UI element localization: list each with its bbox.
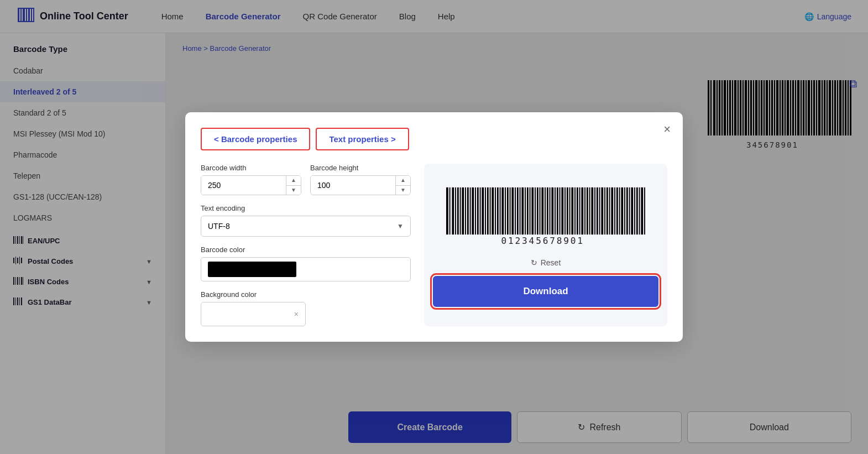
svg-rect-94 (465, 187, 466, 234)
svg-rect-92 (460, 187, 461, 234)
svg-rect-100 (480, 187, 481, 234)
svg-rect-127 (547, 187, 548, 234)
svg-rect-134 (564, 187, 566, 234)
barcode-color-block (208, 262, 296, 277)
modal-download-button[interactable]: Download (433, 276, 658, 307)
svg-rect-98 (475, 187, 476, 234)
svg-rect-128 (550, 187, 551, 234)
svg-rect-138 (574, 187, 576, 234)
svg-rect-148 (599, 187, 600, 234)
reset-link[interactable]: ↻ Reset (531, 258, 561, 267)
modal: × < Barcode properties Text properties >… (185, 112, 683, 342)
barcode-image: 012345678901 (446, 183, 645, 249)
dimensions-row: Barcode width ▲ ▼ Barcode height (201, 164, 411, 195)
svg-text:012345678901: 012345678901 (501, 236, 584, 246)
svg-rect-163 (636, 187, 638, 234)
barcode-height-spinner[interactable]: ▲ ▼ (310, 175, 411, 195)
svg-rect-151 (606, 187, 608, 234)
svg-rect-153 (611, 187, 613, 234)
barcode-width-spinner[interactable]: ▲ ▼ (201, 175, 301, 195)
tab-barcode-properties[interactable]: < Barcode properties (201, 128, 310, 150)
svg-rect-150 (604, 187, 605, 234)
modal-right-panel: 012345678901 ↻ Reset Download (424, 164, 667, 326)
svg-rect-155 (616, 187, 618, 234)
svg-rect-111 (507, 187, 509, 234)
svg-rect-158 (624, 187, 625, 234)
barcode-color-swatch[interactable] (201, 257, 411, 281)
svg-rect-159 (626, 187, 628, 234)
svg-rect-139 (577, 187, 578, 234)
svg-rect-124 (540, 187, 541, 234)
color-clear-icon[interactable]: × (294, 310, 299, 319)
svg-rect-137 (571, 187, 573, 234)
svg-rect-107 (497, 187, 499, 234)
svg-rect-161 (631, 187, 633, 234)
barcode-width-input[interactable] (201, 176, 286, 195)
svg-rect-96 (470, 187, 471, 234)
barcode-width-group: Barcode width ▲ ▼ (201, 164, 301, 195)
barcode-width-up[interactable]: ▲ (286, 176, 301, 186)
svg-rect-130 (555, 187, 556, 234)
barcode-width-down[interactable]: ▼ (286, 186, 301, 195)
modal-tabs: < Barcode properties Text properties > (201, 128, 667, 150)
svg-rect-105 (491, 187, 494, 234)
svg-rect-110 (505, 187, 506, 234)
modal-close-button[interactable]: × (663, 122, 671, 137)
svg-rect-93 (462, 187, 464, 234)
svg-rect-126 (545, 187, 546, 234)
reset-icon: ↻ (531, 258, 537, 267)
svg-rect-154 (614, 187, 615, 234)
svg-rect-109 (501, 187, 504, 234)
svg-rect-149 (601, 187, 603, 234)
svg-rect-101 (482, 187, 484, 234)
svg-rect-121 (531, 187, 534, 234)
svg-rect-103 (487, 187, 489, 234)
tab-text-properties[interactable]: Text properties > (316, 128, 409, 150)
svg-rect-106 (495, 187, 496, 234)
svg-rect-143 (587, 187, 588, 234)
svg-rect-140 (579, 187, 581, 234)
barcode-color-label: Barcode color (201, 246, 411, 254)
svg-rect-88 (449, 187, 451, 234)
svg-rect-145 (591, 187, 593, 234)
svg-rect-152 (609, 187, 610, 234)
svg-rect-123 (537, 187, 538, 234)
background-color-group: Background color × (201, 290, 411, 326)
svg-rect-99 (477, 187, 479, 234)
text-encoding-label: Text encoding (201, 204, 411, 212)
svg-rect-108 (500, 187, 501, 234)
svg-rect-102 (485, 187, 486, 234)
barcode-height-down[interactable]: ▼ (396, 186, 410, 195)
svg-rect-157 (621, 187, 623, 234)
text-encoding-select-wrapper: UTF-8 ISO-8859-1 ASCII ▼ (201, 216, 411, 237)
barcode-height-input[interactable] (311, 176, 395, 195)
barcode-height-up[interactable]: ▲ (396, 176, 410, 186)
barcode-height-label: Barcode height (310, 164, 411, 172)
svg-rect-120 (530, 187, 531, 234)
svg-rect-97 (472, 187, 474, 234)
reset-label: Reset (541, 258, 561, 267)
background-color-swatch[interactable]: × (201, 302, 306, 326)
svg-rect-131 (557, 187, 558, 234)
barcode-width-label: Barcode width (201, 164, 301, 172)
barcode-color-group: Barcode color (201, 246, 411, 281)
text-encoding-group: Text encoding UTF-8 ISO-8859-1 ASCII ▼ (201, 204, 411, 237)
svg-rect-141 (581, 187, 583, 234)
svg-rect-164 (639, 187, 640, 234)
svg-rect-160 (629, 187, 630, 234)
svg-rect-142 (584, 187, 585, 234)
background-color-label: Background color (201, 290, 411, 299)
text-encoding-select[interactable]: UTF-8 ISO-8859-1 ASCII (201, 216, 410, 236)
svg-rect-89 (452, 187, 454, 234)
svg-rect-129 (551, 187, 553, 234)
modal-body: Barcode width ▲ ▼ Barcode height (201, 164, 667, 326)
svg-rect-156 (619, 187, 620, 234)
svg-rect-166 (644, 187, 645, 234)
svg-rect-125 (541, 187, 543, 234)
svg-rect-90 (455, 187, 456, 234)
svg-rect-162 (634, 187, 635, 234)
svg-rect-132 (560, 187, 561, 234)
barcode-height-group: Barcode height ▲ ▼ (310, 164, 411, 195)
svg-rect-117 (521, 187, 524, 234)
svg-rect-115 (517, 187, 519, 234)
